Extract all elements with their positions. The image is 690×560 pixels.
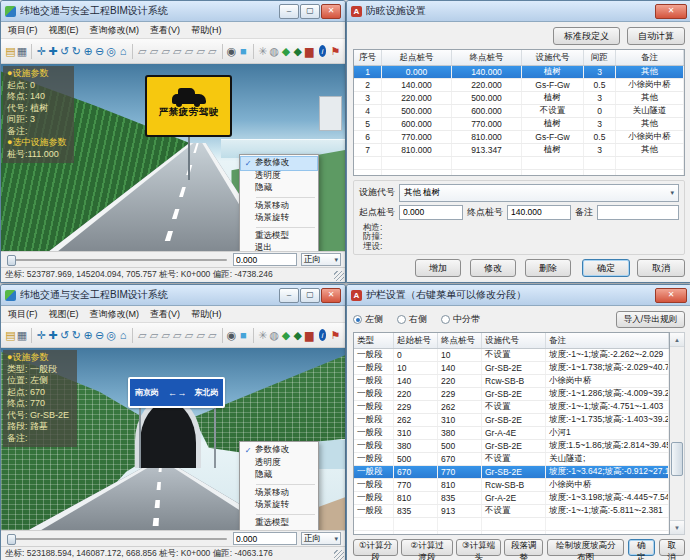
menubar-item[interactable]: 帮助(H) xyxy=(191,308,222,321)
station-slider[interactable] xyxy=(5,533,229,544)
menubar-item[interactable]: 查询修改(M) xyxy=(90,24,140,37)
info-icon[interactable]: i xyxy=(319,45,327,57)
dialog-button[interactable]: 修改 xyxy=(470,259,516,277)
table-row[interactable]: 7810.000913.347植树3其他 xyxy=(354,144,684,157)
model-green-icon[interactable]: ◆ xyxy=(281,327,292,344)
menubar-item[interactable]: 查看(V) xyxy=(150,308,180,321)
dialog-button[interactable]: ②计算过渡段 xyxy=(401,539,453,556)
context-menu-item[interactable]: 重选模型 xyxy=(241,230,317,243)
open-folder-icon[interactable]: ▤ xyxy=(5,327,16,344)
slider-thumb[interactable] xyxy=(7,255,16,266)
view-cube-icon[interactable]: ▱ xyxy=(160,327,171,344)
minimize-button[interactable]: – xyxy=(279,288,299,303)
context-menu-item[interactable]: 退出 xyxy=(241,529,317,530)
view-cube-icon[interactable]: ▱ xyxy=(149,327,160,344)
ok-button[interactable]: 确定 xyxy=(582,259,630,277)
context-menu-item[interactable]: 退出 xyxy=(241,242,317,251)
sphere-icon[interactable]: ◍ xyxy=(269,43,280,60)
info-icon[interactable]: i xyxy=(319,329,327,341)
scrollbar-thumb[interactable] xyxy=(671,442,683,476)
table-row[interactable]: 一般段010不设置坡度:-1~-1;坡高:-2.262~-2.029 xyxy=(354,349,669,362)
draw-distribution-button[interactable]: 绘制坡度坡高分布图 xyxy=(547,539,624,556)
move-icon[interactable]: ✛ xyxy=(36,327,47,344)
view-cube-icon[interactable]: ▱ xyxy=(137,43,148,60)
menubar-item[interactable]: 视图(E) xyxy=(49,308,79,321)
context-menu-item[interactable]: 隐藏 xyxy=(241,182,317,195)
start-station-input[interactable] xyxy=(399,205,463,220)
ok-button[interactable]: 确定 xyxy=(628,539,654,556)
table-row[interactable]: 一般段380500Gr-SB-2E坡度:1.5~1.86;坡高:2.814~39… xyxy=(354,440,669,453)
title-bar[interactable]: 纬地交通与安全工程BIM设计系统 – ▢ ✕ xyxy=(1,1,345,22)
view-cube-icon[interactable]: ▱ xyxy=(160,43,171,60)
zoom-in-icon[interactable]: ⊕ xyxy=(83,43,94,60)
title-bar[interactable]: A 防眩设施设置 ✕ xyxy=(347,1,690,22)
facility-code-select[interactable]: 其他 植树 ▾ xyxy=(399,184,679,202)
resize-grip[interactable] xyxy=(334,550,344,560)
table-row[interactable]: 一般段770810Rcw-SB-B小徐岗中桥 xyxy=(354,479,669,492)
minimize-button[interactable]: – xyxy=(279,4,299,19)
menubar-item[interactable]: 项目(F) xyxy=(8,308,38,321)
close-button[interactable]: ✕ xyxy=(321,288,341,303)
station-input[interactable] xyxy=(233,253,297,266)
table-row[interactable]: 6770.000810.000Gs-F-Gw0.5小徐岗中桥 xyxy=(354,131,684,144)
menubar-item[interactable]: 视图(E) xyxy=(49,24,79,37)
save-icon[interactable]: ▦ xyxy=(17,327,28,344)
model-dark-green-icon[interactable]: ◆ xyxy=(292,43,303,60)
table-row[interactable]: 一般段310380Gr-A-4E小河1 xyxy=(354,427,669,440)
zoom-in-icon[interactable]: ⊕ xyxy=(83,327,94,344)
table-row[interactable]: 一般段229262不设置坡度:-1~-1;坡高:-4.751~-1.403 xyxy=(354,401,669,414)
dialog-button[interactable]: 标准段定义 xyxy=(553,27,620,45)
zoom-extents-icon[interactable]: ⌂ xyxy=(118,43,129,60)
station-input[interactable] xyxy=(233,532,297,545)
zoom-out-icon[interactable]: ⊖ xyxy=(94,43,105,60)
sparkle-icon[interactable]: ✳ xyxy=(257,327,268,344)
context-menu-item[interactable]: 场景移动 xyxy=(241,200,317,213)
pan-icon[interactable]: ✚ xyxy=(48,327,59,344)
view-cube-icon[interactable]: ▱ xyxy=(207,43,218,60)
context-menu-item[interactable]: 透明度 xyxy=(241,170,317,183)
title-bar[interactable]: 纬地交通与安全工程BIM设计系统 – ▢ ✕ xyxy=(1,285,345,306)
table-row[interactable]: 一般段500670不设置关山隧道; xyxy=(354,453,669,466)
zoom-out-icon[interactable]: ⊖ xyxy=(94,327,105,344)
context-menu-item[interactable]: 场景旋转 xyxy=(241,499,317,512)
rotate-right-icon[interactable]: ↻ xyxy=(71,327,82,344)
slider-thumb[interactable] xyxy=(7,534,16,545)
move-icon[interactable]: ✛ xyxy=(36,43,47,60)
chart-icon[interactable]: ▆ xyxy=(304,327,315,344)
zoom-window-icon[interactable]: ◎ xyxy=(106,43,117,60)
context-menu-item[interactable]: ✓参数修改 xyxy=(241,444,317,457)
eye-icon[interactable]: ◉ xyxy=(226,43,237,60)
model-dark-green-icon[interactable]: ◆ xyxy=(292,327,303,344)
table-row[interactable]: 一般段262310Gr-SB-2E坡度:-1~1.735;坡高:-1.403~3… xyxy=(354,414,669,427)
chart-icon[interactable]: ▆ xyxy=(304,43,315,60)
menubar-item[interactable]: 项目(F) xyxy=(8,24,38,37)
table-row[interactable]: 一般段670770Gr-SB-2E坡度:-1~3.642;坡高:-0.912~2… xyxy=(354,466,669,479)
resize-grip[interactable] xyxy=(334,271,344,281)
table-row[interactable]: 一般段220229Gr-SB-2E坡度:-1~1.286;坡高:-4.009~3… xyxy=(354,388,669,401)
save-icon[interactable]: ▦ xyxy=(17,43,28,60)
radio-option[interactable]: 右侧 xyxy=(397,313,427,326)
flag-icon[interactable]: ⚑ xyxy=(330,327,341,344)
remark-input[interactable] xyxy=(597,205,679,220)
cancel-button[interactable]: 取消 xyxy=(637,259,685,277)
table-row[interactable]: 4500.000600.000不设置0关山隧道 xyxy=(354,105,684,118)
table-row[interactable]: 10.000140.000植树3其他 xyxy=(354,66,684,79)
zoom-extents-icon[interactable]: ⌂ xyxy=(118,327,129,344)
view-cube-icon[interactable]: ▱ xyxy=(137,327,148,344)
eye-icon[interactable]: ◉ xyxy=(226,327,237,344)
table-row[interactable]: 一般段10140Gr-SB-2E坡度:-1~1.738;坡高:-2.029~40… xyxy=(354,362,669,375)
scroll-down-icon[interactable]: ▼ xyxy=(670,520,684,534)
context-menu-item[interactable]: 场景移动 xyxy=(241,487,317,500)
view-cube-icon[interactable]: ▱ xyxy=(172,43,183,60)
direction-select[interactable]: 正向 ▾ xyxy=(301,532,341,545)
menubar-item[interactable]: 查询修改(M) xyxy=(90,308,140,321)
view-cube-icon[interactable]: ▱ xyxy=(195,43,206,60)
dialog-button[interactable]: 增加 xyxy=(415,259,461,277)
table-row[interactable]: 2140.000220.000Gs-F-Gw0.5小徐岗中桥 xyxy=(354,79,684,92)
direction-select[interactable]: 正向 ▾ xyxy=(301,253,341,266)
vertical-scrollbar[interactable]: ▲ ▼ xyxy=(670,332,685,535)
select-area-icon[interactable]: ■ xyxy=(238,43,249,60)
title-bar[interactable]: A 护栏设置（右键菜单可以修改分段） ✕ xyxy=(347,285,690,306)
table-row[interactable]: 3220.000500.000植树3其他 xyxy=(354,92,684,105)
pan-icon[interactable]: ✚ xyxy=(48,43,59,60)
